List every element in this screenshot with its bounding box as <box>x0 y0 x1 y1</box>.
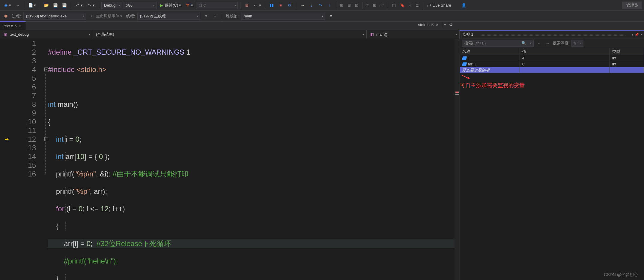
watch-search-input[interactable]: 搜索(Ctrl+E) 🔍 <box>462 40 534 47</box>
tool1-button[interactable]: ⊞ <box>243 2 251 9</box>
scope-combo[interactable]: (全局范围) <box>93 30 367 39</box>
project-icon: ▣ <box>3 32 8 37</box>
person-icon: 👤 <box>461 3 466 8</box>
save-button[interactable]: 💾 <box>52 2 59 9</box>
thread-combo[interactable]: [21972] 主线程 <box>137 13 200 20</box>
db2-button[interactable]: ⊟ <box>346 2 352 8</box>
pin-icon[interactable]: 📌 <box>635 33 639 37</box>
pin-icon[interactable]: ⇱ <box>431 23 434 26</box>
watch-row[interactable]: i 4 int <box>460 55 644 61</box>
project-combo[interactable]: ▣ text_debug <box>0 30 93 39</box>
cycle-icon: ⟳ <box>90 14 95 19</box>
pause-icon: ▮▮ <box>269 3 274 8</box>
step-over-icon: ↷ <box>318 3 323 8</box>
tab-overflow[interactable]: ▾ <box>443 22 448 28</box>
func-combo[interactable]: ◧ main() <box>367 30 460 39</box>
pin-icon[interactable]: ⇱ <box>15 24 17 28</box>
nav-prev-button[interactable]: ← <box>535 40 542 46</box>
watch-row[interactable]: arr[i] 0 int <box>460 61 644 67</box>
close-icon[interactable]: ✕ <box>640 33 643 37</box>
step-out-button[interactable]: ↑ <box>326 2 333 9</box>
watch-table: 名称 值 类型 i 4 int arr[i] 0 int 添加要监视的项 <box>460 48 644 280</box>
tab-stdio-h[interactable]: stdio.h ⇱ ✕ <box>415 22 443 28</box>
redo-button[interactable]: ↷▾ <box>85 2 96 9</box>
tb-d[interactable]: ◫ <box>391 2 397 8</box>
feedback-button[interactable]: 👤 <box>460 2 468 9</box>
nav-forward-button: → <box>14 2 22 9</box>
stackframe-label: 堆栈帧: <box>226 14 239 19</box>
save-all-button[interactable]: 💾 <box>61 2 68 9</box>
var-icon <box>462 56 467 60</box>
col-name[interactable]: 名称 <box>460 48 520 55</box>
close-tab-icon[interactable]: ✕ <box>19 24 22 28</box>
tb-a[interactable]: ≡ <box>365 2 370 8</box>
bookmark-button[interactable]: 🔖 <box>398 2 406 8</box>
search-icon: 🔍 <box>521 41 526 45</box>
tab-label: stdio.h <box>418 23 430 27</box>
watch-table-header: 名称 值 类型 <box>460 48 644 55</box>
db3-button[interactable]: ⊡ <box>353 2 360 8</box>
cube-icon: ⬢ <box>3 14 8 19</box>
stackframe-combo[interactable]: main <box>241 13 325 20</box>
tb-f[interactable]: ⊏ <box>414 2 420 8</box>
flag1-button[interactable]: ⚑ <box>203 13 209 19</box>
auto-combo[interactable]: 自动 <box>196 2 238 9</box>
step-into-button[interactable]: ↓ <box>308 2 315 9</box>
depth-combo[interactable]: 3 <box>571 40 583 47</box>
sf-icon-button[interactable]: ≡ <box>327 13 335 20</box>
undo-button[interactable]: ↶▾ <box>73 2 84 9</box>
continue-button[interactable]: ▶继续(C) ▾ <box>158 2 183 9</box>
tab-settings-icon[interactable]: ⚙ <box>448 22 454 28</box>
new-item-button[interactable]: 📄▾ <box>27 2 37 9</box>
config-combo[interactable]: Debug <box>101 2 122 9</box>
new-icon: 📄 <box>28 3 33 8</box>
stop-button[interactable]: ■ <box>277 2 285 9</box>
process-icon-button[interactable]: ⬢ <box>2 13 10 20</box>
liveshare-button[interactable]: ⮣Live Share <box>425 2 453 9</box>
stop-icon: ■ <box>278 3 283 8</box>
depth-label: 搜索深度: <box>553 41 570 46</box>
window-menu-icon[interactable]: ▾ <box>632 33 634 37</box>
watch-add-row[interactable]: 添加要监视的项 <box>460 67 644 73</box>
step-out-icon: ↑ <box>327 3 332 8</box>
redo-icon: ↷ <box>87 3 92 8</box>
process-combo[interactable]: [21968] text_debug.exe <box>23 13 86 20</box>
layout-icon: ⊞ <box>244 3 249 8</box>
nav-next-button[interactable]: → <box>544 40 551 46</box>
col-type[interactable]: 类型 <box>610 48 644 55</box>
tool2-button[interactable]: ▭▾ <box>252 2 263 9</box>
nav-back-button[interactable]: ◉▾ <box>2 2 13 9</box>
db1-button[interactable]: ⊞ <box>338 2 345 8</box>
flag2-button[interactable]: ⚐ <box>212 13 218 19</box>
save-icon: 💾 <box>53 3 58 8</box>
platform-combo[interactable]: x86 <box>124 2 157 9</box>
debug-toolbar: ⬢ 进程: [21968] text_debug.exe ⟳生命周期事件 ▾ 线… <box>0 11 644 22</box>
tab-text-c[interactable]: text.c ⇱ ✕ <box>0 21 26 30</box>
process-label: 进程: <box>12 14 21 19</box>
code-editor[interactable]: 1 2 3 4 5 6 7 8 9 10 11 12 13 14 15 16 ➡… <box>0 39 460 280</box>
open-folder-icon: 📂 <box>44 3 49 8</box>
var-icon <box>462 62 467 66</box>
editor-tabs: text.c ⇱ ✕ <box>0 22 644 30</box>
pause-button[interactable]: ▮▮ <box>268 2 276 9</box>
restart-button[interactable]: ⟳ <box>286 2 294 9</box>
watch-header[interactable]: 监视 1 ▾ 📌 ✕ <box>460 30 644 38</box>
open-button[interactable]: 📂 <box>43 2 50 9</box>
next-stmt-button[interactable]: → <box>299 2 306 9</box>
admin-button[interactable]: 管理员 <box>622 2 642 9</box>
overview-ruler[interactable] <box>455 39 460 280</box>
tb-e[interactable]: ⟐ <box>407 2 413 8</box>
watch-panel: 监视 1 ▾ 📌 ✕ 搜索(Ctrl+E) 🔍 ← → 搜索深度: 3 名称 值… <box>460 30 644 280</box>
back-icon: ◉ <box>3 3 8 8</box>
close-tab-icon[interactable]: ✕ <box>436 23 439 27</box>
lifecycle-button[interactable]: ⟳生命周期事件 ▾ <box>89 13 124 20</box>
tab-label: text.c <box>4 24 13 28</box>
annotation-text: 可自主添加需要监视的变量 <box>460 82 525 89</box>
nav-bar: ▣ text_debug (全局范围) ◧ main() <box>0 30 460 39</box>
hot-reload-button[interactable]: ᗊ▾ <box>184 2 195 9</box>
editor-area: stdio.h ⇱ ✕ ▾ ⚙ ▣ text_debug (全局范围) ◧ ma… <box>0 30 460 280</box>
tb-b[interactable]: ⊞ <box>371 2 378 8</box>
col-value[interactable]: 值 <box>520 48 610 55</box>
step-over-button[interactable]: ↷ <box>317 2 324 9</box>
tb-c[interactable]: ⬚ <box>379 2 386 8</box>
